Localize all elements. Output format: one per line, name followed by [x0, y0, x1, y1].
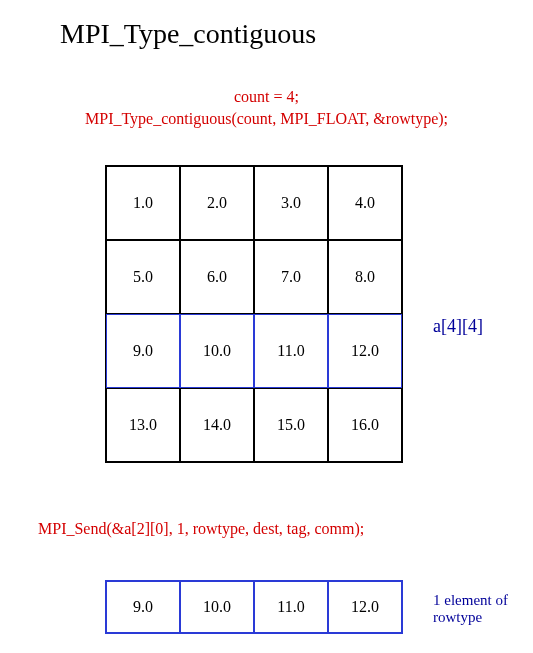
type-contiguous-call: MPI_Type_contiguous(count, MPI_FLOAT, &r…: [0, 110, 533, 128]
page-title: MPI_Type_contiguous: [60, 18, 316, 50]
matrix-row-1: 5.0 6.0 7.0 8.0: [106, 240, 402, 314]
matrix-cell: 14.0: [180, 388, 254, 462]
matrix-cell: 2.0: [180, 166, 254, 240]
matrix-cell: 11.0: [254, 314, 328, 388]
matrix-label: a[4][4]: [433, 316, 483, 337]
mpi-send-call: MPI_Send(&a[2][0], 1, rowtype, dest, tag…: [38, 520, 364, 538]
matrix-cell: 16.0: [328, 388, 402, 462]
rowtype-cell: 12.0: [328, 581, 402, 633]
matrix-cell: 12.0: [328, 314, 402, 388]
rowtype-cell: 9.0: [106, 581, 180, 633]
matrix-cell: 13.0: [106, 388, 180, 462]
rowtype-cell: 11.0: [254, 581, 328, 633]
matrix-cell: 6.0: [180, 240, 254, 314]
matrix-cell: 8.0: [328, 240, 402, 314]
matrix-cell: 5.0: [106, 240, 180, 314]
matrix-cell: 1.0: [106, 166, 180, 240]
matrix-row-3: 13.0 14.0 15.0 16.0: [106, 388, 402, 462]
matrix-cell: 7.0: [254, 240, 328, 314]
matrix-cell: 9.0: [106, 314, 180, 388]
rowtype-label: 1 element ofrowtype: [433, 592, 508, 627]
diagram-page: MPI_Type_contiguous count = 4; MPI_Type_…: [0, 0, 533, 653]
matrix-a: 1.0 2.0 3.0 4.0 5.0 6.0 7.0 8.0 9.0 10.0…: [105, 165, 403, 463]
matrix-row-2-highlighted: 9.0 10.0 11.0 12.0: [106, 314, 402, 388]
matrix-row-0: 1.0 2.0 3.0 4.0: [106, 166, 402, 240]
matrix-cell: 3.0: [254, 166, 328, 240]
matrix-cell: 4.0: [328, 166, 402, 240]
count-statement: count = 4;: [0, 88, 533, 106]
rowtype-cell: 10.0: [180, 581, 254, 633]
matrix-cell: 15.0: [254, 388, 328, 462]
rowtype-element: 9.0 10.0 11.0 12.0: [105, 580, 403, 634]
matrix-cell: 10.0: [180, 314, 254, 388]
